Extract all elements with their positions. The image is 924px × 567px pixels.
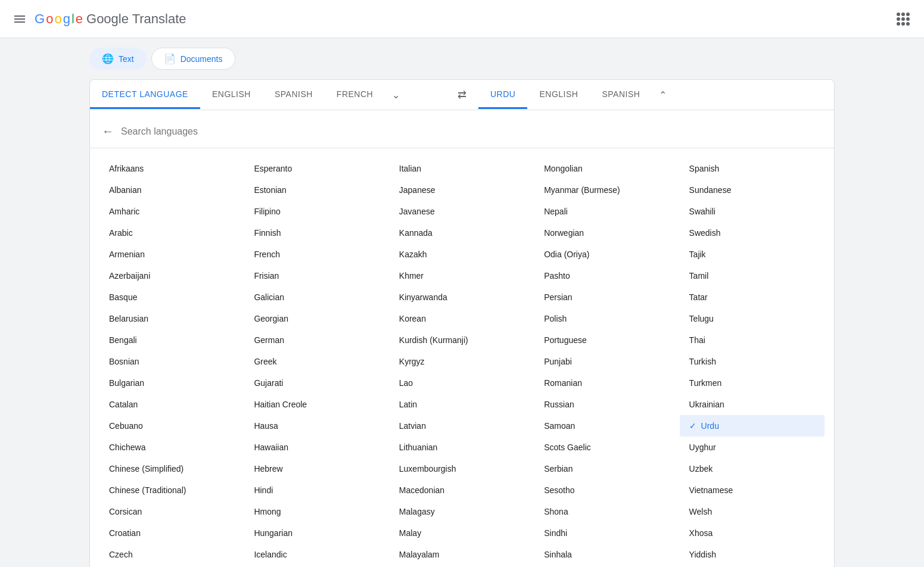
language-item[interactable]: Vietnamese <box>680 479 825 501</box>
language-item[interactable]: Hungarian <box>244 522 389 544</box>
language-item[interactable]: Hebrew <box>244 458 389 479</box>
target-urdu-tab[interactable]: URDU <box>478 81 527 109</box>
target-english-tab[interactable]: ENGLISH <box>527 81 590 109</box>
language-item[interactable]: Myanmar (Burmese) <box>534 179 679 201</box>
language-item[interactable]: Armenian <box>99 244 244 265</box>
text-mode-button[interactable]: 🌐 Text <box>89 48 147 70</box>
language-item[interactable]: Javanese <box>390 201 534 222</box>
language-item[interactable]: Catalan <box>99 394 244 415</box>
language-item[interactable]: Turkmen <box>680 372 825 394</box>
language-item[interactable]: Uyghur <box>680 437 825 458</box>
language-item[interactable]: Yiddish <box>680 544 825 565</box>
language-item[interactable]: Scots Gaelic <box>534 437 679 458</box>
language-item[interactable]: Latvian <box>390 415 534 437</box>
language-item[interactable]: Bengali <box>99 329 244 351</box>
language-item[interactable]: Gujarati <box>244 372 389 394</box>
language-item[interactable]: Japanese <box>390 179 534 201</box>
language-item[interactable]: Basque <box>99 286 244 308</box>
language-item[interactable]: Bosnian <box>99 351 244 372</box>
language-item[interactable]: Romanian <box>534 372 679 394</box>
language-item[interactable]: Hausa <box>244 415 389 437</box>
language-item[interactable]: Afrikaans <box>99 158 244 179</box>
language-item[interactable]: Serbian <box>534 458 679 479</box>
target-less-button[interactable]: ⌃ <box>652 81 674 109</box>
language-item[interactable]: Italian <box>390 158 534 179</box>
language-item[interactable]: Khmer <box>390 265 534 286</box>
language-item[interactable]: Filipino <box>244 201 389 222</box>
source-more-button[interactable]: ⌄ <box>385 81 407 109</box>
language-item[interactable]: Sinhala <box>534 544 679 565</box>
language-item[interactable]: Greek <box>244 351 389 372</box>
language-item[interactable]: Chinese (Traditional) <box>99 479 244 501</box>
menu-button[interactable] <box>10 9 30 29</box>
language-item[interactable]: Azerbaijani <box>99 265 244 286</box>
language-item[interactable]: Georgian <box>244 308 389 329</box>
language-item[interactable]: Kazakh <box>390 244 534 265</box>
language-item[interactable]: Kurdish (Kurmanji) <box>390 329 534 351</box>
language-item[interactable]: Ukrainian <box>680 394 825 415</box>
language-item[interactable]: Macedonian <box>390 479 534 501</box>
language-item[interactable]: Sindhi <box>534 522 679 544</box>
detect-language-tab[interactable]: DETECT LANGUAGE <box>90 81 200 109</box>
language-item[interactable]: Bulgarian <box>99 372 244 394</box>
language-item[interactable]: Mongolian <box>534 158 679 179</box>
language-item[interactable]: French <box>244 244 389 265</box>
language-item[interactable]: Chichewa <box>99 437 244 458</box>
language-item[interactable]: Lithuanian <box>390 437 534 458</box>
documents-mode-button[interactable]: 📄 Documents <box>151 48 235 70</box>
language-item[interactable]: Haitian Creole <box>244 394 389 415</box>
language-item[interactable]: Latin <box>390 394 534 415</box>
language-item[interactable]: Arabic <box>99 222 244 244</box>
language-item[interactable]: Esperanto <box>244 158 389 179</box>
language-item[interactable]: Cebuano <box>99 415 244 437</box>
language-item[interactable]: Shona <box>534 501 679 522</box>
language-item[interactable]: Russian <box>534 394 679 415</box>
language-item[interactable]: Samoan <box>534 415 679 437</box>
language-item[interactable]: Odia (Oriya) <box>534 244 679 265</box>
back-button[interactable]: ← <box>95 120 121 143</box>
language-item[interactable]: Hindi <box>244 479 389 501</box>
language-item[interactable]: Chinese (Simplified) <box>99 458 244 479</box>
search-input[interactable] <box>121 126 825 137</box>
language-item[interactable]: ✓Urdu <box>680 415 825 437</box>
language-item[interactable]: Malagasy <box>390 501 534 522</box>
language-item[interactable]: Malay <box>390 522 534 544</box>
language-item[interactable]: Thai <box>680 329 825 351</box>
language-item[interactable]: Kannada <box>390 222 534 244</box>
language-item[interactable]: Welsh <box>680 501 825 522</box>
language-item[interactable]: Swedish <box>680 222 825 244</box>
language-item[interactable]: Sesotho <box>534 479 679 501</box>
language-item[interactable]: Frisian <box>244 265 389 286</box>
language-item[interactable]: Malayalam <box>390 544 534 565</box>
language-item[interactable]: Telugu <box>680 308 825 329</box>
source-english-tab[interactable]: ENGLISH <box>200 81 263 109</box>
source-spanish-tab[interactable]: SPANISH <box>263 81 325 109</box>
language-item[interactable]: Tatar <box>680 286 825 308</box>
language-item[interactable]: Spanish <box>680 158 825 179</box>
language-item[interactable]: Hawaiian <box>244 437 389 458</box>
language-item[interactable]: Korean <box>390 308 534 329</box>
apps-button[interactable] <box>892 8 914 30</box>
language-item[interactable]: Norwegian <box>534 222 679 244</box>
source-french-tab[interactable]: FRENCH <box>325 81 385 109</box>
language-item[interactable]: Tamil <box>680 265 825 286</box>
language-item[interactable]: Czech <box>99 544 244 565</box>
language-item[interactable]: Polish <box>534 308 679 329</box>
language-item[interactable]: Belarusian <box>99 308 244 329</box>
language-item[interactable]: Kyrgyz <box>390 351 534 372</box>
language-item[interactable]: Portuguese <box>534 329 679 351</box>
language-item[interactable]: Estonian <box>244 179 389 201</box>
language-item[interactable]: Albanian <box>99 179 244 201</box>
target-spanish-tab[interactable]: SPANISH <box>590 81 652 109</box>
language-item[interactable]: Swahili <box>680 201 825 222</box>
language-item[interactable]: Nepali <box>534 201 679 222</box>
language-item[interactable]: Pashto <box>534 265 679 286</box>
language-item[interactable]: Uzbek <box>680 458 825 479</box>
language-item[interactable]: Hmong <box>244 501 389 522</box>
language-item[interactable]: Punjabi <box>534 351 679 372</box>
language-item[interactable]: German <box>244 329 389 351</box>
language-item[interactable]: Xhosa <box>680 522 825 544</box>
language-item[interactable]: Persian <box>534 286 679 308</box>
language-item[interactable]: Corsican <box>99 501 244 522</box>
language-item[interactable]: Icelandic <box>244 544 389 565</box>
